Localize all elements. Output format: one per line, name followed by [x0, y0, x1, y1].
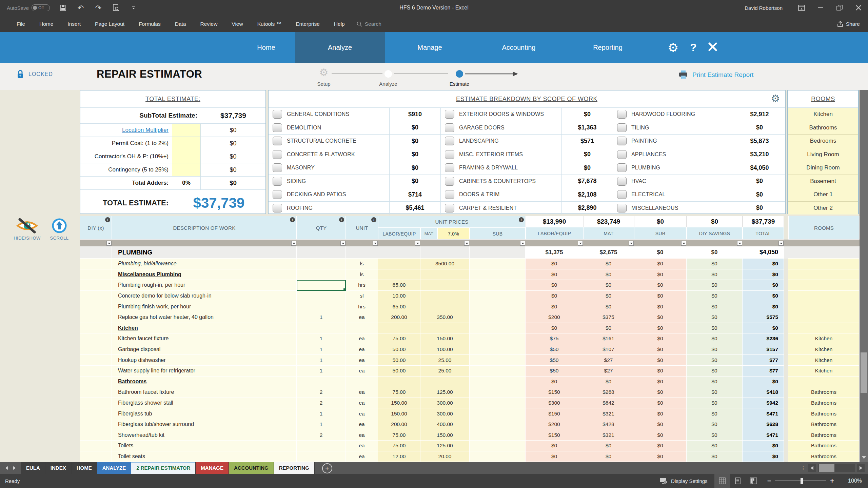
- cell-qty[interactable]: [297, 441, 346, 451]
- cell-total[interactable]: $575: [743, 312, 784, 323]
- cell-room[interactable]: Bathrooms: [788, 430, 860, 441]
- cell-unit[interactable]: ea: [346, 408, 378, 419]
- cell-sub-total[interactable]: $0: [634, 301, 687, 312]
- cell-diy[interactable]: [80, 323, 112, 334]
- cell-unit-price-mat[interactable]: [420, 291, 470, 302]
- cell-unit-price-sub[interactable]: [470, 355, 526, 366]
- cell-description[interactable]: Fiberglass tub: [112, 408, 297, 419]
- room-cell-living-room[interactable]: Living Room: [788, 148, 858, 162]
- scope-checkbox[interactable]: [445, 204, 454, 212]
- ribbon-tab-kutools-[interactable]: Kutools ™: [250, 18, 289, 30]
- scope-checkbox[interactable]: [273, 150, 282, 159]
- cell-unit-price-sub[interactable]: [470, 312, 526, 323]
- cell-diy[interactable]: [80, 259, 112, 269]
- room-cell-basement[interactable]: Basement: [788, 175, 858, 188]
- cell-unit-price-mat[interactable]: 100.00: [420, 344, 470, 355]
- ribbon-tab-data[interactable]: Data: [168, 18, 193, 30]
- cell-mat-total[interactable]: $321: [583, 408, 634, 419]
- step-analyze-marker[interactable]: [384, 70, 392, 78]
- step-estimate-marker[interactable]: [456, 70, 463, 78]
- cell-total[interactable]: $0: [743, 323, 784, 334]
- cell-unit[interactable]: ls: [346, 259, 378, 269]
- cell-unit[interactable]: ea: [346, 366, 378, 377]
- cell-room[interactable]: Kitchen: [788, 355, 860, 366]
- scope-checkbox[interactable]: [617, 163, 627, 172]
- new-sheet-button[interactable]: +: [322, 463, 332, 473]
- cell-diy-savings[interactable]: $0: [687, 280, 743, 291]
- search-input[interactable]: Search: [357, 21, 381, 27]
- cell-mat-total[interactable]: $268: [583, 387, 634, 398]
- cell-diy[interactable]: [80, 280, 112, 291]
- cell-diy-savings[interactable]: $0: [687, 419, 743, 430]
- cell-description[interactable]: Showerhead/tub kit: [112, 430, 297, 441]
- filter-dropdown-icon[interactable]: [291, 241, 296, 246]
- cell-diy-savings[interactable]: $0: [687, 387, 743, 398]
- ribbon-tab-help[interactable]: Help: [327, 18, 352, 30]
- cell-diy[interactable]: [80, 246, 112, 259]
- cell-diy-savings[interactable]: $0: [687, 441, 743, 451]
- cell-diy-savings[interactable]: $0: [687, 366, 743, 377]
- cell-unit[interactable]: [346, 323, 378, 334]
- adder-input-cell[interactable]: [172, 124, 201, 137]
- cell-sub-total[interactable]: $0: [634, 312, 687, 323]
- cell-mat-total[interactable]: $0: [583, 301, 634, 312]
- cell-qty[interactable]: 1: [297, 408, 346, 419]
- cell-room[interactable]: Bathrooms: [788, 398, 860, 409]
- cell-qty[interactable]: [297, 269, 346, 280]
- filter-dropdown-icon[interactable]: [520, 241, 525, 246]
- scope-checkbox[interactable]: [617, 123, 627, 132]
- scroll-right-button[interactable]: [857, 464, 865, 472]
- room-cell-kitchen[interactable]: Kitchen: [788, 108, 858, 121]
- cell-unit[interactable]: ea: [346, 333, 378, 344]
- scope-checkbox[interactable]: [273, 163, 282, 172]
- scope-checkbox[interactable]: [445, 190, 454, 199]
- cell-mat-total[interactable]: $0: [583, 280, 634, 291]
- cell-diy-savings[interactable]: $0: [687, 344, 743, 355]
- filter-dropdown-icon[interactable]: [629, 241, 634, 246]
- display-settings-button[interactable]: Display Settings: [653, 474, 714, 488]
- scope-checkbox[interactable]: [445, 163, 454, 172]
- cell-unit-price-sub[interactable]: [470, 387, 526, 398]
- cell-unit-price-mat[interactable]: [420, 377, 470, 387]
- cell-unit-price-sub[interactable]: [470, 398, 526, 409]
- filter-dropdown-icon[interactable]: [737, 241, 742, 246]
- cell-diy[interactable]: [80, 291, 112, 302]
- cell-sub-total[interactable]: $0: [634, 398, 687, 409]
- cell-diy[interactable]: [80, 408, 112, 419]
- cell-total[interactable]: $0: [743, 291, 784, 302]
- location-multiplier-link[interactable]: Location Multiplier: [122, 127, 169, 134]
- tab-scroll-left-icon[interactable]: [5, 466, 8, 470]
- cell-diy[interactable]: [80, 419, 112, 430]
- cell-unit-price-sub[interactable]: [470, 441, 526, 451]
- cell-unit-price-mat[interactable]: 3500.00: [420, 259, 470, 269]
- cell-unit-price-mat[interactable]: [420, 246, 470, 259]
- scope-checkbox[interactable]: [273, 190, 282, 199]
- cell-unit[interactable]: ea: [346, 344, 378, 355]
- cell-unit-price-sub[interactable]: [470, 246, 526, 259]
- cell-unit-price-mat[interactable]: 25.00: [420, 366, 470, 377]
- scope-checkbox[interactable]: [617, 177, 627, 186]
- scope-checkbox[interactable]: [273, 137, 282, 145]
- cell-qty[interactable]: 2: [297, 430, 346, 441]
- cell-unit[interactable]: hrs: [346, 280, 378, 291]
- cell-diy[interactable]: [80, 366, 112, 377]
- cell-room[interactable]: Kitchen: [788, 333, 860, 344]
- cell-total[interactable]: $157: [743, 344, 784, 355]
- scope-checkbox[interactable]: [445, 137, 454, 145]
- cell-unit-price-sub[interactable]: [470, 269, 526, 280]
- cell-unit-price-sub[interactable]: [470, 259, 526, 269]
- horizontal-scrollbar[interactable]: ⋮: [801, 462, 865, 474]
- filter-dropdown-icon[interactable]: [578, 241, 583, 246]
- cell-unit-price-mat[interactable]: [420, 301, 470, 312]
- cell-description[interactable]: Kitchen: [112, 323, 297, 334]
- cell-description[interactable]: Toilets: [112, 441, 297, 451]
- cell-unit-price-labor[interactable]: 65.00: [378, 301, 420, 312]
- cell-unit-price-sub[interactable]: [470, 451, 526, 462]
- nav-tab-reporting[interactable]: Reporting: [563, 32, 653, 63]
- cell-qty[interactable]: [297, 280, 346, 291]
- cell-description[interactable]: Fiberglass tub/shower surround: [112, 419, 297, 430]
- cell-diy-savings[interactable]: $0: [687, 323, 743, 334]
- scope-checkbox[interactable]: [273, 177, 282, 186]
- sheet-tab-home[interactable]: HOME: [72, 462, 97, 474]
- cell-diy[interactable]: [80, 269, 112, 280]
